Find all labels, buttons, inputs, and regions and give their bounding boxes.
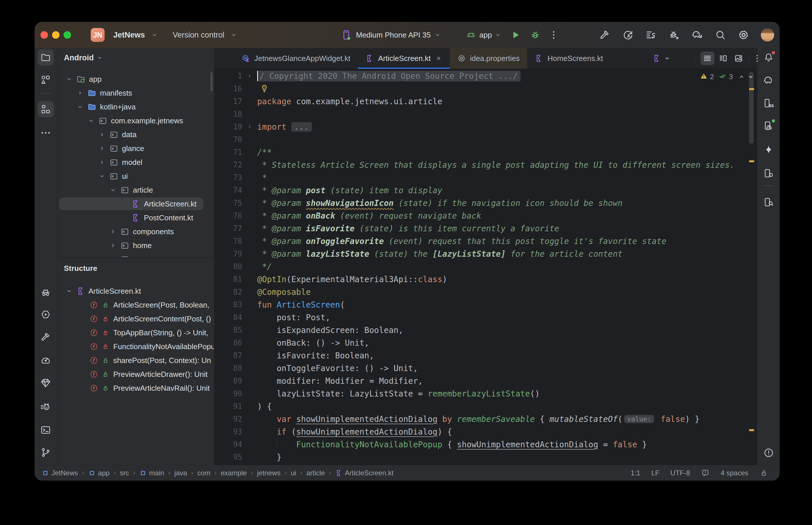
chevron-down-icon[interactable] <box>77 104 83 110</box>
project-name-menu[interactable]: JetNews <box>113 31 145 40</box>
structure-row[interactable]: fArticleScreen(Post, Boolean, <box>57 298 214 312</box>
code-line[interactable]: 89 modifier: Modifier = Modifier, <box>215 375 757 387</box>
more-ellipsis-icon[interactable] <box>38 125 54 141</box>
chevron-right-icon[interactable] <box>99 159 105 165</box>
more-actions-button[interactable] <box>548 30 559 40</box>
chevron-down-icon[interactable] <box>99 173 105 179</box>
encoding-widget[interactable]: UTF-8 <box>670 469 690 477</box>
breadcrumb-item[interactable]: main <box>139 469 164 477</box>
tree-row[interactable]: ui <box>57 169 214 183</box>
chevron-down-icon[interactable] <box>66 288 72 294</box>
code-line[interactable]: 70 <box>215 133 757 146</box>
line-number[interactable]: 85 <box>215 326 242 334</box>
line-number[interactable]: 82 <box>215 288 242 296</box>
user-avatar[interactable] <box>761 28 774 42</box>
lightbulb-icon[interactable] <box>260 84 269 93</box>
line-number[interactable]: 1 <box>215 72 242 80</box>
code-line[interactable]: 95 } <box>215 451 757 464</box>
breadcrumb-item[interactable]: app <box>88 469 109 477</box>
minimize-window-button[interactable] <box>52 31 60 39</box>
structure-root-row[interactable]: ArticleScreen.kt <box>57 284 214 298</box>
profiler-gauge-icon[interactable] <box>38 352 54 368</box>
line-number[interactable]: 70 <box>215 135 242 144</box>
breadcrumb-item[interactable]: src <box>120 469 129 477</box>
line-number[interactable]: 78 <box>215 237 242 245</box>
line-number[interactable]: 94 <box>215 440 242 449</box>
line-number[interactable]: 74 <box>215 186 242 195</box>
editor-scrollbar[interactable] <box>749 72 754 144</box>
structure-row[interactable]: fTopAppBar(String, () -> Unit, <box>57 326 214 340</box>
chevron-right-icon[interactable] <box>110 256 116 257</box>
code-line[interactable]: 87 isFavorite: Boolean, <box>215 349 757 362</box>
tree-scrollbar[interactable] <box>210 72 213 91</box>
gradle-elephant-icon[interactable] <box>761 72 777 88</box>
code-line[interactable]: 19import ... <box>215 120 757 133</box>
line-number[interactable]: 18 <box>215 110 242 118</box>
tree-row[interactable]: kotlin+java <box>57 100 214 114</box>
code-line[interactable]: 78 * @param onToggleFavorite (event) req… <box>215 235 757 247</box>
inspection-highlight-icon[interactable] <box>701 469 710 477</box>
structure-row[interactable]: fPreviewArticleDrawer(): Unit <box>57 367 214 381</box>
line-number[interactable]: 86 <box>215 339 242 347</box>
tree-row[interactable]: ArticleScreen.kt <box>57 197 214 211</box>
run-button[interactable] <box>510 29 521 41</box>
code-line[interactable]: 81@OptIn(ExperimentalMaterial3Api::class… <box>215 273 757 286</box>
tree-row[interactable]: model <box>57 155 214 169</box>
tab-idea.properties[interactable]: idea.properties <box>449 48 527 69</box>
code-line[interactable]: 82@Composable <box>215 286 757 298</box>
code-line[interactable]: 80 */ <box>215 260 757 273</box>
code-line[interactable]: 86 onBack: () -> Unit, <box>215 336 757 349</box>
tab-HomeScreens.kt[interactable]: HomeScreens.kt <box>527 48 610 69</box>
project-folder-icon[interactable] <box>38 49 54 65</box>
code-line[interactable]: 1/ Copyright 2020 The Android Open Sourc… <box>215 70 757 82</box>
code-line[interactable]: 16 <box>215 82 757 95</box>
structure-row[interactable]: fArticleScreenContent(Post, () <box>57 312 214 326</box>
tab-options-button[interactable] <box>752 48 762 69</box>
search-icon[interactable] <box>714 29 726 41</box>
line-number[interactable]: 93 <box>215 427 242 436</box>
line-number[interactable]: 91 <box>215 402 242 411</box>
code-line[interactable]: 93 if (showUnimplementedActionDialog) { <box>215 425 757 438</box>
breadcrumb-item[interactable]: ui <box>291 469 296 477</box>
chevron-down-icon[interactable] <box>66 76 72 82</box>
breadcrumb-item[interactable]: example <box>221 469 247 477</box>
line-number[interactable]: 76 <box>215 211 242 220</box>
tree-row[interactable]: com.example.jetnews <box>57 114 214 127</box>
device-selector[interactable]: Medium Phone API 35 <box>356 31 431 40</box>
code-line[interactable]: 74 * @param post (state) item to display <box>215 184 757 197</box>
code-line[interactable]: 88 onToggleFavorite: () -> Unit, <box>215 362 757 375</box>
close-icon[interactable] <box>435 55 442 62</box>
project-view-selector[interactable]: Android <box>64 50 103 65</box>
line-number[interactable]: 16 <box>215 84 242 93</box>
chevron-down-icon[interactable] <box>88 118 94 124</box>
fold-arrow-icon[interactable] <box>242 124 257 130</box>
hexagon-play-icon[interactable] <box>38 306 54 322</box>
code-line[interactable]: 90 lazyListState: LazyListState = rememb… <box>215 387 757 400</box>
inspections-widget[interactable]: 23 <box>700 71 754 82</box>
chevron-down-icon[interactable] <box>110 187 116 193</box>
code-line[interactable]: 73 * <box>215 171 757 184</box>
breadcrumb-item[interactable]: java <box>174 469 187 477</box>
maximize-window-button[interactable] <box>63 31 71 39</box>
code-line[interactable]: 91) { <box>215 400 757 412</box>
line-number[interactable]: 92 <box>215 415 242 423</box>
code-line[interactable]: 18 <box>215 108 757 120</box>
line-number[interactable]: 81 <box>215 275 242 284</box>
code-line[interactable]: 77 * @param isFavorite (state) is this i… <box>215 222 757 235</box>
sync-a-icon[interactable]: A <box>622 29 634 41</box>
breadcrumb-item[interactable]: article <box>306 469 325 477</box>
close-window-button[interactable] <box>41 31 48 39</box>
terminal-icon[interactable] <box>38 422 54 438</box>
line-separator-widget[interactable]: LF <box>651 469 660 477</box>
code-line[interactable]: 83fun ArticleScreen( <box>215 298 757 311</box>
device-mirror-icon[interactable] <box>761 165 777 181</box>
line-number[interactable]: 17 <box>215 97 242 106</box>
tree-row[interactable]: app <box>57 72 214 86</box>
tab-overflow-dropdown[interactable] <box>652 48 670 69</box>
structure-row[interactable]: fsharePost(Post, Context): Un <box>57 354 214 367</box>
running-devices-icon[interactable] <box>761 118 777 134</box>
code-line[interactable]: 92 var showUnimplementedActionDialog by … <box>215 412 757 425</box>
code-line[interactable]: 79 * @param lazyListState (state) the [L… <box>215 247 757 260</box>
tab-ArticleScreen.kt[interactable]: ArticleScreen.kt <box>358 48 449 69</box>
caret-position-widget[interactable]: 1:1 <box>631 469 640 477</box>
